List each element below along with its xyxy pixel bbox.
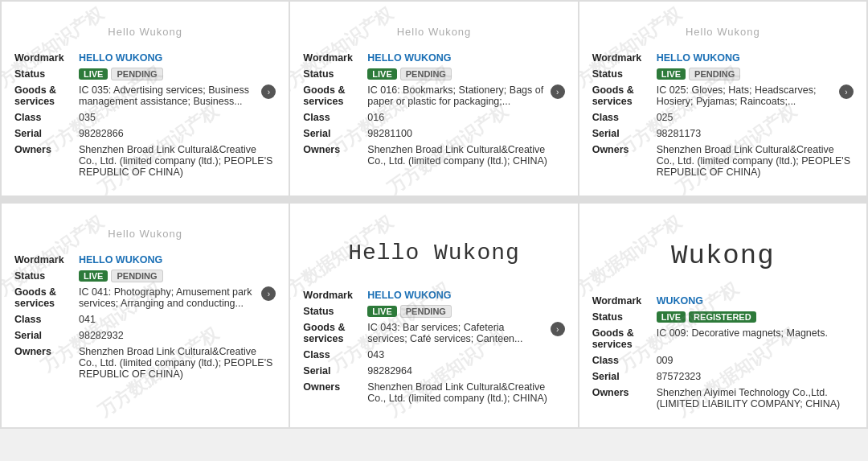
serial-value: 98282932 (79, 330, 276, 341)
wordmark-value[interactable]: HELLO WUKONG (79, 52, 276, 64)
class-value: 043 (367, 349, 564, 360)
wordmark-value[interactable]: HELLO WUKONG (657, 52, 854, 64)
status-label: Status (14, 68, 79, 80)
expand-icon[interactable]: › (261, 84, 276, 99)
status-value: LIVEREGISTERED (657, 311, 854, 323)
class-value: 041 (79, 314, 276, 325)
class-label: Class (303, 349, 367, 360)
owners-value: Shenzhen Broad Link Cultural&Creative Co… (367, 381, 564, 404)
wordmark-row: WordmarkHELLO WUKONG (14, 52, 276, 64)
wordmark-label: Wordmark (303, 52, 367, 64)
expand-icon[interactable]: › (551, 322, 565, 336)
wordmark-value[interactable]: HELLO WUKONG (367, 52, 564, 64)
class-row: Class043 (303, 349, 564, 360)
state-badge: PENDING (400, 68, 452, 80)
trademark-card-5: 万方数据知识产权万方数据知识产权万方数据知识产权Hello WukongWord… (290, 204, 577, 427)
wordmark-label: Wordmark (14, 52, 79, 64)
goods-text: IC 025: Gloves; Hats; Headscarves; Hosie… (657, 84, 834, 107)
wordmark-link[interactable]: HELLO WUKONG (79, 52, 162, 64)
wordmark-link[interactable]: WUKONG (657, 295, 703, 307)
status-row: StatusLIVEPENDING (14, 270, 276, 282)
wordmark-row: WordmarkHELLO WUKONG (592, 52, 854, 64)
expand-icon[interactable]: › (839, 84, 854, 99)
state-badge: PENDING (400, 305, 452, 318)
goods-row: Goods &servicesIC 016: Bookmarks; Statio… (303, 84, 564, 107)
goods-row: Goods &servicesIC 043: Bar services; Caf… (303, 322, 564, 344)
status-value: LIVEPENDING (79, 270, 276, 282)
goods-row: Goods &servicesIC 025: Gloves; Hats; Hea… (592, 84, 854, 107)
serial-value: 98281100 (367, 128, 564, 139)
status-value: LIVEPENDING (657, 68, 854, 80)
serial-label: Serial (14, 128, 79, 139)
serial-row: Serial87572323 (592, 371, 854, 382)
goods-row: Goods &servicesIC 041: Photography; Amus… (14, 286, 276, 309)
expand-icon[interactable]: › (261, 286, 276, 301)
status-label: Status (303, 68, 367, 80)
goods-row: Goods &servicesIC 035: Advertising servi… (14, 84, 276, 107)
owners-label: Owners (303, 381, 367, 393)
goods-label: Goods &services (592, 327, 657, 350)
card-logo: Hello Wukong (592, 14, 854, 52)
wordmark-link[interactable]: HELLO WUKONG (367, 290, 451, 301)
serial-label: Serial (303, 128, 367, 139)
card-logo: Wukong (592, 216, 854, 295)
class-label: Class (14, 314, 79, 325)
owners-label: Owners (303, 144, 367, 155)
status-row: StatusLIVEPENDING (592, 68, 854, 80)
status-label: Status (14, 270, 79, 282)
goods-text: IC 016: Bookmarks; Stationery; Bags of p… (367, 84, 545, 107)
state-badge: PENDING (689, 68, 740, 80)
owners-row: OwnersShenzhen Aiyimei Technology Co.,Lt… (592, 387, 854, 410)
status-label: Status (303, 306, 367, 317)
owners-row: OwnersShenzhen Broad Link Cultural&Creat… (592, 144, 854, 178)
class-row: Class009 (592, 355, 854, 366)
goods-wrap: IC 016: Bookmarks; Stationery; Bags of p… (367, 84, 564, 107)
goods-text: IC 041: Photography; Amusement park serv… (79, 286, 256, 309)
wordmark-value[interactable]: HELLO WUKONG (367, 290, 564, 301)
goods-text: IC 035: Advertising services; Business m… (79, 84, 256, 107)
wordmark-label: Wordmark (592, 52, 657, 64)
class-row: Class035 (14, 112, 276, 123)
goods-wrap: IC 043: Bar services; Cafeteria services… (367, 322, 564, 344)
wordmark-value[interactable]: WUKONG (657, 295, 854, 307)
trademark-grid: 万方数据知识产权万方数据知识产权万方数据知识产权Hello WukongWord… (0, 0, 868, 429)
owners-value: Shenzhen Broad Link Cultural&Creative Co… (367, 144, 564, 167)
owners-value: Shenzhen Broad Link Cultural&Creative Co… (79, 346, 276, 380)
owners-label: Owners (592, 387, 657, 398)
owners-value: Shenzhen Broad Link Cultural&Creative Co… (657, 144, 854, 178)
status-label: Status (592, 311, 657, 323)
state-badge: PENDING (111, 68, 162, 80)
owners-row: OwnersShenzhen Broad Link Cultural&Creat… (303, 381, 564, 404)
wordmark-link[interactable]: HELLO WUKONG (367, 52, 451, 64)
serial-value: 98282866 (79, 128, 276, 139)
wordmark-row: WordmarkHELLO WUKONG (14, 254, 276, 265)
serial-label: Serial (592, 371, 657, 382)
live-badge: LIVE (79, 68, 108, 80)
wordmark-link[interactable]: HELLO WUKONG (79, 254, 162, 265)
serial-row: Serial98281100 (303, 128, 564, 139)
trademark-card-1: 万方数据知识产权万方数据知识产权万方数据知识产权Hello WukongWord… (2, 2, 289, 196)
goods-wrap: IC 009: Decorative magnets; Magnets. (657, 327, 854, 339)
wordmark-value[interactable]: HELLO WUKONG (79, 254, 276, 265)
card-logo: Hello Wukong (303, 216, 564, 290)
live-badge: LIVE (657, 68, 686, 80)
status-row: StatusLIVEPENDING (14, 68, 276, 80)
wordmark-row: WordmarkWUKONG (592, 295, 854, 307)
wordmark-link[interactable]: HELLO WUKONG (657, 52, 740, 64)
owners-row: OwnersShenzhen Broad Link Cultural&Creat… (303, 144, 564, 167)
owners-value: Shenzhen Broad Link Cultural&Creative Co… (79, 144, 276, 178)
goods-label: Goods &services (303, 322, 367, 344)
serial-row: Serial98282932 (14, 330, 276, 341)
serial-label: Serial (14, 330, 79, 341)
owners-value: Shenzhen Aiyimei Technology Co.,Ltd. (LI… (657, 387, 854, 410)
trademark-card-4: 万方数据知识产权万方数据知识产权万方数据知识产权Hello WukongWord… (2, 204, 289, 427)
goods-wrap: IC 025: Gloves; Hats; Headscarves; Hosie… (657, 84, 854, 107)
state-badge: REGISTERED (689, 311, 756, 323)
serial-row: Serial98282866 (14, 128, 276, 139)
expand-icon[interactable]: › (551, 84, 565, 99)
card-logo: Hello Wukong (303, 14, 564, 52)
goods-label: Goods &services (303, 84, 367, 107)
class-row: Class025 (592, 112, 854, 123)
serial-row: Serial98281173 (592, 128, 854, 139)
goods-label: Goods &services (592, 84, 657, 107)
